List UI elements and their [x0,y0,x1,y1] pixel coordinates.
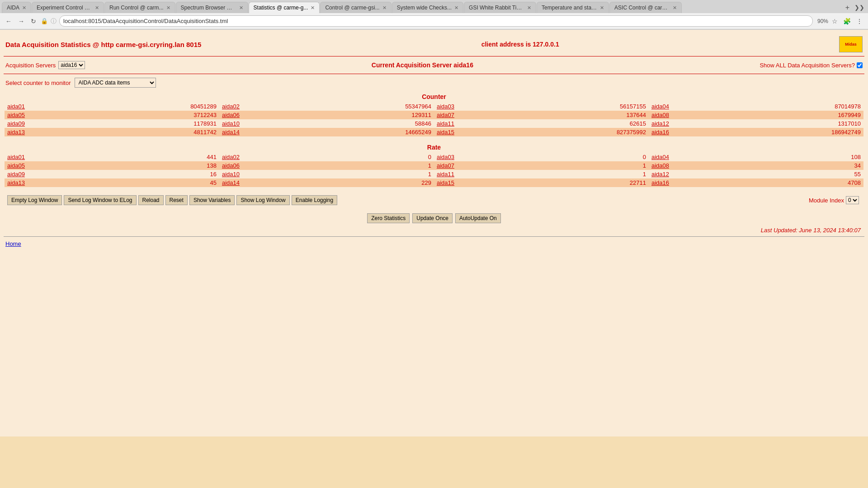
browser-tab[interactable]: AIDA✕ [2,2,31,13]
cell-name: aida08 [649,161,750,170]
acq-servers-label: Acquisition Servers [5,62,56,69]
extensions-button[interactable]: 🧩 [841,17,853,26]
cell-link[interactable]: aida06 [222,112,240,118]
acq-server-select[interactable]: aida16 [58,61,85,69]
cell-link[interactable]: aida07 [437,162,454,169]
midas-logo: Midas [839,36,863,52]
cell-link[interactable]: aida09 [7,120,25,127]
autoupdate-on-button[interactable]: AutoUpdate On [455,213,501,223]
cell-link[interactable]: aida12 [651,171,669,178]
cell-link[interactable]: aida03 [437,103,454,110]
cell-link[interactable]: aida03 [437,154,454,160]
cell-link[interactable]: aida16 [651,179,669,186]
menu-button[interactable]: ⋮ [854,17,864,26]
table-row: aida01 441 aida02 0 aida03 0 aida04 108 [5,153,863,161]
cell-value: 137644 [535,111,648,119]
cell-link[interactable]: aida06 [222,162,240,169]
tab-close-icon[interactable]: ✕ [382,5,387,11]
acq-servers-row: Acquisition Servers aida16 Current Acqui… [4,57,864,73]
browser-tab[interactable]: Spectrum Browser @...✕ [176,2,248,13]
cell-link[interactable]: aida13 [7,179,25,186]
cell-name: aida16 [649,178,750,187]
cell-name: aida09 [5,119,106,128]
reset-button[interactable]: Reset [165,195,188,205]
tab-overflow-button[interactable]: ❯❯ [853,3,866,12]
cell-link[interactable]: aida10 [222,171,240,178]
update-once-button[interactable]: Update Once [412,213,453,223]
cell-link[interactable]: aida02 [222,154,240,160]
page-title: Data Acquisition Statistics @ http carme… [5,41,201,48]
counter-dropdown[interactable]: AIDA ADC data items [75,78,156,88]
tab-close-icon[interactable]: ✕ [600,5,604,11]
back-button[interactable]: ← [4,17,14,26]
tab-close-icon[interactable]: ✕ [22,5,26,11]
browser-tab[interactable]: Control @ carme-gsi...✕ [320,2,391,13]
cell-value: 1 [535,161,648,170]
enable-logging-button[interactable]: Enable Logging [292,195,337,205]
browser-tab[interactable]: ASIC Control @ carm...✕ [609,2,682,13]
empty-log-button[interactable]: Empty Log Window [7,195,62,205]
browser-tab[interactable]: Run Control @ carm...✕ [104,2,175,13]
zero-statistics-button[interactable]: Zero Statistics [367,213,410,223]
forward-button[interactable]: → [16,17,26,26]
cell-link[interactable]: aida05 [7,112,25,118]
browser-tab[interactable]: Statistics @ carme-g...✕ [249,2,320,13]
cell-link[interactable]: aida09 [7,171,25,178]
cell-link[interactable]: aida13 [7,129,25,136]
cell-link[interactable]: aida04 [651,154,669,160]
new-tab-button[interactable]: + [843,3,852,13]
cell-link[interactable]: aida07 [437,112,454,118]
cell-link[interactable]: aida10 [222,120,240,127]
cell-link[interactable]: aida14 [222,179,240,186]
home-link[interactable]: Home [4,239,23,249]
cell-name: aida14 [219,178,321,187]
cell-link[interactable]: aida14 [222,129,240,136]
tab-close-icon[interactable]: ✕ [166,5,170,11]
cell-link[interactable]: aida15 [437,129,454,136]
cell-link[interactable]: aida02 [222,103,240,110]
reload-button[interactable]: ↻ [29,17,38,26]
bookmark-button[interactable]: ☆ [830,17,840,26]
tab-close-icon[interactable]: ✕ [95,5,99,11]
separator-2 [4,74,864,74]
cell-name: aida03 [434,153,535,161]
cell-link[interactable]: aida08 [651,112,669,118]
cell-link[interactable]: aida12 [651,120,669,127]
cell-link[interactable]: aida01 [7,103,25,110]
address-bar-right: 90% ☆ 🧩 ⋮ [816,17,864,26]
cell-value: 186942749 [750,128,863,136]
tab-close-icon[interactable]: ✕ [527,5,531,11]
reload-page-button[interactable]: Reload [138,195,164,205]
cell-link[interactable]: aida11 [437,171,454,178]
rate-section: Rate aida01 441 aida02 0 aida03 0 aida04… [4,141,864,187]
show-log-button[interactable]: Show Log Window [236,195,289,205]
show-variables-button[interactable]: Show Variables [189,195,235,205]
send-log-button[interactable]: Send Log Window to ELog [64,195,136,205]
tab-label: GSI White Rabbit Tim... [469,5,524,11]
cell-link[interactable]: aida04 [651,103,669,110]
browser-tab[interactable]: Experiment Control @...✕ [32,2,104,13]
tab-label: Statistics @ carme-g... [254,5,308,11]
tab-close-icon[interactable]: ✕ [454,5,458,11]
cell-link[interactable]: aida01 [7,154,25,160]
cell-link[interactable]: aida11 [437,120,454,127]
tab-close-icon[interactable]: ✕ [239,5,243,11]
tab-close-icon[interactable]: ✕ [673,5,677,11]
tab-close-icon[interactable]: ✕ [311,5,315,11]
browser-tab[interactable]: Temperature and stat...✕ [537,2,609,13]
module-index-select[interactable]: 0 1 2 [846,196,859,204]
cell-name: aida11 [434,119,535,128]
buttons-row: Empty Log Window Send Log Window to ELog… [5,192,339,208]
cell-link[interactable]: aida15 [437,179,454,186]
cell-link[interactable]: aida16 [651,129,669,136]
show-all-checkbox[interactable] [857,62,863,68]
separator-footer [4,236,864,237]
cell-name: aida06 [219,161,321,170]
browser-tab[interactable]: GSI White Rabbit Tim...✕ [464,2,536,13]
cell-link[interactable]: aida08 [651,162,669,169]
url-input[interactable] [59,15,813,27]
browser-tab[interactable]: System wide Checks...✕ [392,2,463,13]
address-bar: ← → ↻ 🔒 ⓘ 90% ☆ 🧩 ⋮ [0,13,868,29]
cell-value: 0 [321,153,434,161]
cell-link[interactable]: aida05 [7,162,25,169]
